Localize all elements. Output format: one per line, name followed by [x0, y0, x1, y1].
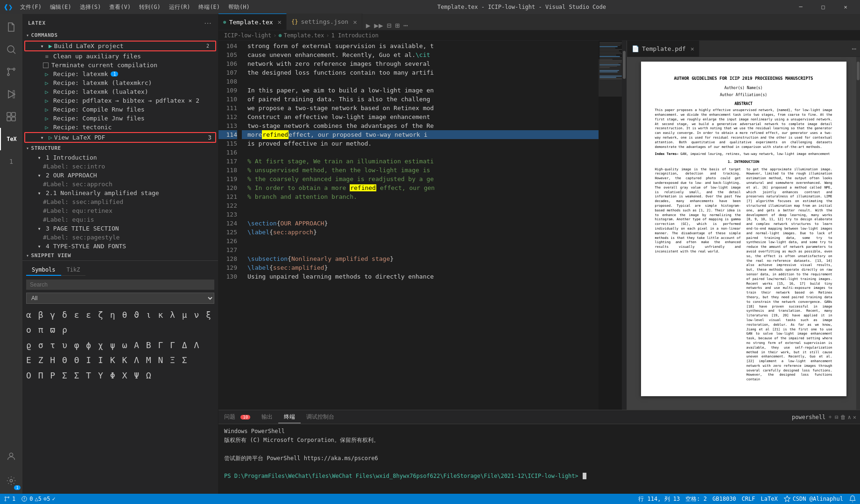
activity-extensions[interactable] [0, 105, 22, 128]
label-retinex-text: #Label: equ:retinex [43, 207, 113, 214]
menu-view[interactable]: 查看(V) [106, 2, 134, 12]
snippet-section[interactable]: ▾ SNIPPET VIEW [22, 251, 218, 260]
problems-badge: 10 [240, 415, 250, 420]
label-amplified-item[interactable]: #Label: ssec:amplified [22, 197, 218, 206]
recipe-latexmkrc-item[interactable]: ▷ Recipe: latexmk (latexmkrc) [22, 78, 218, 87]
label-approch-item[interactable]: #Label: sec:approch [22, 180, 218, 189]
terminate-item[interactable]: Terminate current compilation [22, 61, 218, 70]
tab-settings-json-close[interactable]: ✕ [353, 18, 357, 26]
label-intro-item[interactable]: #Label: sec:intro [22, 162, 218, 171]
menu-edit[interactable]: 编辑(E) [46, 2, 75, 12]
run-button[interactable]: ▶ [366, 21, 371, 30]
label-retinex-item[interactable]: #Label: equ:retinex [22, 206, 218, 215]
tab-template-tex[interactable]: ⊛ Template.tex ✕ [219, 14, 287, 30]
build-badge: 2 [204, 43, 211, 49]
terminal-add-button[interactable]: ＋ [827, 413, 833, 421]
terminal-chevron-up[interactable]: ∧ [848, 414, 851, 420]
activity-run[interactable] [0, 83, 22, 105]
pdf-scrollbar[interactable] [856, 57, 860, 410]
menu-help[interactable]: 帮助(H) [225, 2, 254, 12]
menu-terminal[interactable]: 终端(E) [195, 2, 224, 12]
highlight-refined-1: refined [262, 130, 289, 139]
status-spaces[interactable]: 空格: 2 [685, 495, 707, 503]
activity-num1[interactable]: 1 [0, 150, 22, 173]
snippet-search-input[interactable] [26, 280, 214, 290]
terminal-tab-terminal[interactable]: 终端 [278, 411, 301, 423]
terminal-tab-problems[interactable]: 问题 10 [219, 411, 256, 423]
activity-tex[interactable]: TeX [0, 128, 22, 150]
minimize-button[interactable]: ─ [790, 0, 811, 14]
tab-settings-json[interactable]: {} settings.json ✕ [287, 14, 362, 30]
label-is-item[interactable]: #Label: equ:is [22, 215, 218, 224]
status-git[interactable]: 1 [4, 496, 15, 502]
recipe-pdflatex-item[interactable]: ▷ Recipe: pdflatex → bibtex → pdflatex ×… [22, 96, 218, 105]
type-style-item[interactable]: ▾ 4 TYPE-STYLE AND FONTS [22, 242, 218, 251]
pdf-index-terms: Index Terms— GAN, impaired louring, reti… [655, 152, 832, 157]
intro-item[interactable]: ▾ 1 Introduction [22, 153, 218, 162]
intro-chevron: ▾ [35, 154, 43, 161]
code-line-120: % In order to obtain a more refined effe… [242, 183, 599, 192]
build-latex-item[interactable]: ▾ ▶ Build LaTeX project 2 [24, 41, 216, 51]
terminal-trash-button[interactable]: 🗑 [840, 414, 846, 420]
code-line-125: \label{sec:approch} [242, 228, 599, 237]
terminal-tab-output[interactable]: 输出 [256, 411, 278, 423]
view-pdf-item[interactable]: ▾ ▷ View LaTeX PDF 3 [24, 132, 216, 143]
terminal-split-button[interactable]: ⊟ [835, 414, 838, 420]
status-crlf[interactable]: CRLF [742, 495, 755, 503]
activity-git[interactable] [0, 61, 22, 83]
status-line-col[interactable]: 行 114, 列 13 [638, 495, 680, 503]
tab-template-tex-close[interactable]: ✕ [278, 18, 282, 26]
label-pagestyle-item[interactable]: #Label: sec:pagestyle [22, 233, 218, 242]
snippet-filter-select[interactable]: All [26, 293, 214, 304]
tab-settings-json-label: settings.json [301, 18, 348, 25]
split-editor-button[interactable]: ⊟ [387, 21, 392, 30]
pdf-more-button[interactable]: ⋯ [848, 44, 860, 53]
activity-explorer[interactable] [0, 16, 22, 38]
status-notification[interactable] [849, 495, 856, 503]
recipe-rnw-item[interactable]: ▷ Recipe: Compile Rnw files [22, 105, 218, 114]
terminal-tab-debug[interactable]: 调试控制台 [301, 411, 340, 423]
pdf-tab-close[interactable]: ✕ [691, 45, 694, 52]
approach-item[interactable]: ▾ 2 OUR APPROACH [22, 171, 218, 180]
menu-run[interactable]: 运行(R) [165, 2, 194, 12]
cleanup-item[interactable]: ≡ Clean up auxiliary files [22, 52, 218, 61]
menu-file[interactable]: 文件(F) [16, 2, 45, 12]
recipe-tectonic-item[interactable]: ▷ Recipe: tectonic [22, 123, 218, 132]
code-editor[interactable]: 104105106107108 109110111112113 114 1151… [219, 41, 627, 410]
breadcrumb-file: Template.tex [284, 32, 324, 39]
feedback-text: CSDN @Alinaphul [793, 496, 843, 502]
editor-scrollbar[interactable] [622, 41, 627, 410]
menu-goto[interactable]: 转到(G) [135, 2, 164, 12]
window-title: Template.tex - ICIP-low-light - Visual S… [437, 4, 606, 10]
recipe-jnw-item[interactable]: ▷ Recipe: Compile Jnw files [22, 114, 218, 123]
status-encoding[interactable]: GB18030 [712, 495, 736, 503]
terminal-close-button[interactable]: ✕ [853, 414, 856, 420]
pdf-tab[interactable]: 📄 Template.pdf ✕ [627, 41, 699, 57]
more-actions-button[interactable]: ⋯ [403, 21, 408, 30]
activity-search[interactable] [0, 38, 22, 61]
status-language[interactable]: LaTeX [761, 495, 778, 503]
line-numbers: 104105106107108 109110111112113 114 1151… [219, 41, 242, 410]
recipe-lualatex-item[interactable]: ▷ Recipe: latexmk (lualatex) [22, 87, 218, 96]
activity-settings[interactable]: 1 [0, 469, 22, 492]
snippet-tab-tikz[interactable]: TikZ [61, 265, 86, 276]
recipe-latexmk-item[interactable]: ▷ Recipe: latexmk 1 [22, 70, 218, 78]
page-title-label: 3 PAGE TITLE SECTION [46, 225, 119, 232]
nonlinearly-item[interactable]: ▾ 2.1 Nonlinearly amplified stage [22, 189, 218, 197]
status-errors[interactable]: 0 △5 ⊙5 ✓ [21, 496, 55, 502]
snippet-tab-symbols[interactable]: Symbols [26, 265, 61, 276]
commands-section[interactable]: ▾ COMMANDS [22, 30, 218, 40]
sidebar-more-button[interactable]: ⋯ [203, 18, 212, 28]
page-title-item[interactable]: ▾ 3 PAGE TITLE SECTION [22, 224, 218, 233]
layout-button[interactable]: ⊞ [395, 21, 400, 30]
editor-split: 104105106107108 109110111112113 114 1151… [219, 41, 860, 410]
structure-chevron: ▾ [26, 146, 29, 151]
activity-account[interactable] [0, 445, 22, 468]
structure-section[interactable]: ▾ STRUCTURE [22, 143, 218, 153]
recipe4-icon: ▷ [43, 98, 50, 104]
run-all-button[interactable]: ▶▶ [374, 21, 383, 30]
close-button[interactable]: ✕ [835, 0, 856, 14]
menu-select[interactable]: 选择(S) [76, 2, 105, 12]
status-feedback[interactable]: CSDN @Alinaphul [783, 495, 843, 503]
maximize-button[interactable]: □ [812, 0, 834, 14]
